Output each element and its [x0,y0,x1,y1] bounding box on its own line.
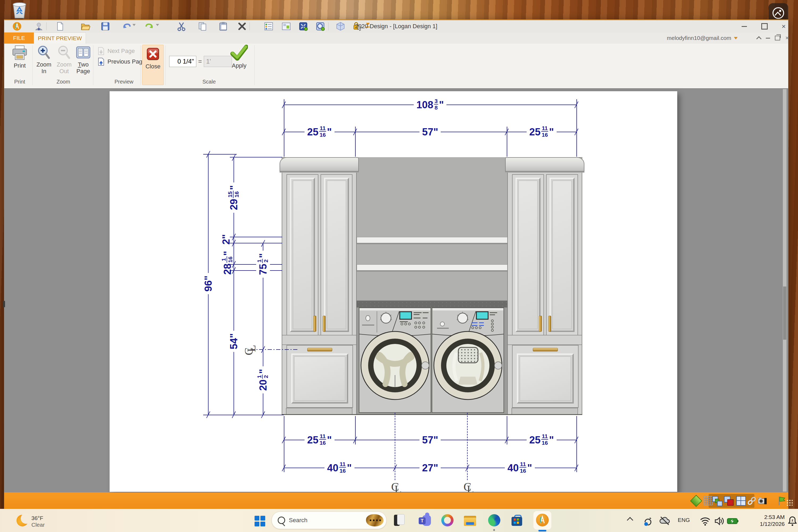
two-page-button[interactable]: Two Page [74,45,93,75]
close-preview-label: Close [146,63,160,70]
maximize-button[interactable] [759,22,770,31]
tray-language[interactable]: ENG [678,517,690,523]
wifi-icon[interactable] [700,516,711,527]
cut-icon[interactable] [177,22,186,31]
mdi-minimize-button[interactable] [764,35,772,41]
weather-condition: Clear [32,521,45,528]
save-icon[interactable] [100,22,110,31]
account-menu[interactable]: melodyfinn10@gmail.com [667,33,738,44]
collapse-ribbon-button[interactable] [755,35,763,41]
previous-page-icon [97,57,105,66]
scale-from-input[interactable]: 0 1/4" [169,56,196,67]
tab-print-preview[interactable]: PRINT PREVIEW [34,33,86,44]
print-preview-canvas[interactable]: 10838" 251116" 57" 251116" 96" 291516" 2… [4,88,788,493]
panel-grip[interactable] [3,301,5,307]
grid-icon[interactable] [704,496,713,505]
new-document-icon[interactable] [55,22,65,31]
washer-centerline [395,413,395,480]
search-box[interactable]: Search [271,512,386,529]
extension-line [230,237,282,237]
scale-to-value: 1' [206,58,211,65]
dim-overall-width: 10838" [414,98,446,112]
dim-upper-cabinet: 291516" [227,183,241,213]
taskbar-copilot-icon[interactable] [441,514,454,527]
tile-windows-icon[interactable] [736,496,746,506]
zoom-in-icon [36,45,52,60]
crown-molding [505,157,584,172]
taskbar-file-explorer-icon[interactable] [464,514,477,527]
redo-dropdown-icon[interactable] [156,24,159,26]
copy-object-green-icon[interactable] [712,496,722,506]
volume-icon[interactable] [714,516,725,527]
undo-icon[interactable] [122,22,131,31]
centerline-symbol: CL [391,480,401,494]
window-title: 2020 Design - [Logan Design 1] [355,23,437,30]
copy-icon[interactable] [198,22,208,31]
notification-bell-dnd-icon[interactable]: z [788,516,797,527]
print-button[interactable]: Print [8,45,31,69]
taskbar-2020-design-icon[interactable] [536,514,549,527]
flag-icon[interactable] [777,496,787,506]
zoom-fit-icon[interactable] [299,22,308,31]
face-frame-rail [508,335,582,345]
scrollbar-thumb[interactable] [783,286,786,340]
onedrive-sync-icon[interactable] [642,516,653,527]
open-file-icon[interactable] [81,22,90,31]
panel-view-icon[interactable] [281,22,291,31]
tray-overflow-chevron[interactable] [628,518,632,522]
hamper-panel [512,345,578,408]
item-list-icon[interactable] [264,22,273,31]
apply-check-icon [230,45,248,61]
camera-icon[interactable] [758,496,767,506]
redo-icon[interactable] [145,22,154,31]
taskbar-teams-icon[interactable]: T [419,514,432,527]
delete-icon[interactable] [237,22,247,31]
tab-file-label: FILE [13,35,25,41]
dryer [432,307,504,413]
apply-button[interactable]: Apply [227,45,251,69]
dim-top-center: 57" [419,126,441,137]
extension-line [230,157,282,157]
extension-line [284,416,284,472]
tab-file[interactable]: FILE [4,33,34,44]
previous-page-button[interactable]: Previous Page [97,57,146,66]
tab-print-preview-label: PRINT PREVIEW [38,35,82,41]
resize-grip[interactable] [786,499,793,506]
dim-bottom2-left: 401116" [324,461,355,475]
recycle-bin-icon[interactable] [10,0,29,19]
user-icon[interactable] [34,22,44,31]
battery-charging-icon[interactable] [727,516,739,527]
mdi-restore-button[interactable] [774,35,781,41]
search-highlight-image [366,514,384,527]
cloud-offline-icon[interactable] [659,516,670,527]
close-window-button[interactable]: × [778,22,789,31]
floor-line [282,414,582,415]
mdi-close-button[interactable]: × [783,35,791,41]
zoom-in-button[interactable]: Zoom In [34,45,54,75]
cabinet-door [546,174,578,336]
zoom-region-icon[interactable] [316,22,325,31]
weather-clear-night-icon[interactable] [17,515,28,527]
weather-widget[interactable]: 36°F Clear [32,515,45,528]
close-icon [146,47,160,61]
3d-view-icon[interactable] [336,22,345,31]
vertical-scrollbar[interactable] [783,89,786,492]
shelf-upper [357,237,508,243]
dim-bottom2-right: 401116" [505,461,535,475]
separator [46,22,46,30]
start-button[interactable] [254,516,265,527]
paste-icon[interactable] [218,22,228,31]
taskbar-microsoft-store-icon[interactable] [510,514,523,527]
taskbar-phone-link-icon[interactable] [393,514,406,527]
zoom-out-icon [56,45,72,60]
copy-object-red-icon[interactable] [724,496,734,506]
tray-clock[interactable]: 2:53 AM 1/12/2026 [745,514,785,528]
fit-diamond-icon[interactable] [690,495,702,507]
taskbar-edge-icon[interactable] [488,514,501,527]
undo-dropdown-icon[interactable] [132,24,136,26]
link-icon[interactable] [747,496,757,506]
cabinet-door [321,174,353,336]
minimize-button[interactable] [739,22,749,31]
preview-page: 10838" 251116" 57" 251116" 96" 291516" 2… [110,91,677,492]
dim-counter-stack: 7512" [256,251,270,278]
